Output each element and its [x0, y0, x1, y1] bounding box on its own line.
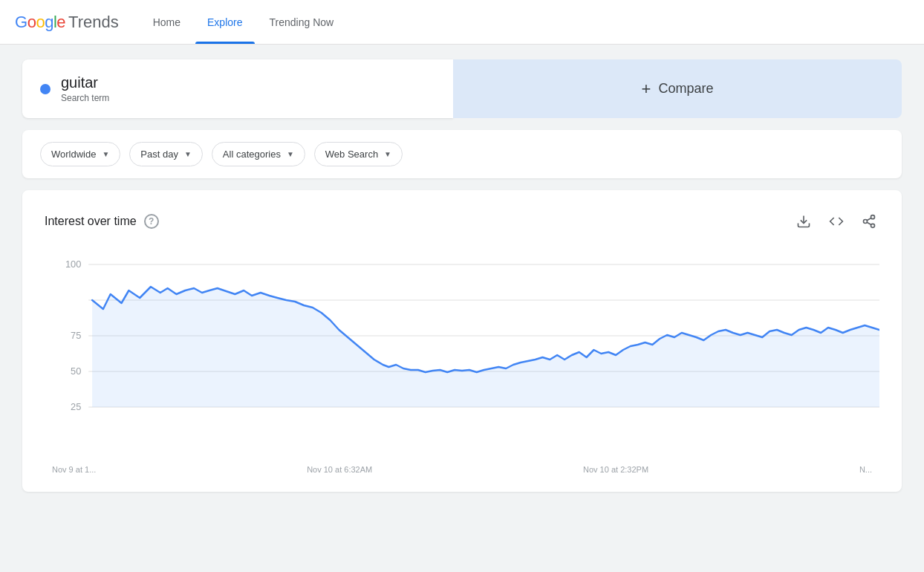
search-area: guitar Search term + Compare: [22, 59, 902, 118]
nav-home[interactable]: Home: [141, 0, 192, 44]
compare-plus-icon: +: [642, 79, 651, 99]
x-label-2: Nov 10 at 2:32PM: [583, 465, 648, 474]
svg-line-4: [867, 222, 871, 224]
filter-time[interactable]: Past day ▼: [129, 142, 203, 166]
x-label-0: Nov 9 at 1...: [52, 465, 96, 474]
svg-text:50: 50: [71, 365, 81, 377]
nav-explore[interactable]: Explore: [195, 0, 254, 44]
filter-bar: Worldwide ▼ Past day ▼ All categories ▼ …: [22, 130, 902, 178]
header: Google Trends Home Explore Trending Now: [0, 0, 924, 45]
interest-chart: 100 75 50 25: [45, 250, 879, 458]
main-nav: Home Explore Trending Now: [141, 0, 345, 44]
trends-wordmark: Trends: [68, 13, 119, 32]
filter-time-arrow: ▼: [184, 150, 192, 158]
chart-header: Interest over time ?: [45, 211, 879, 232]
google-wordmark: Google: [15, 13, 65, 32]
search-term-value[interactable]: guitar: [61, 74, 109, 91]
svg-text:100: 100: [65, 259, 81, 270]
chart-title: Interest over time: [45, 215, 137, 228]
nav-trending-now[interactable]: Trending Now: [258, 0, 346, 44]
chart-card: Interest over time ?: [22, 190, 902, 492]
search-term-dot: [40, 84, 51, 94]
chart-title-area: Interest over time ?: [45, 214, 159, 229]
filter-search-type-label: Web Search: [325, 149, 378, 160]
svg-marker-15: [92, 287, 879, 407]
main-content: guitar Search term + Compare Worldwide ▼…: [0, 45, 924, 507]
search-term-text: guitar Search term: [61, 74, 109, 103]
help-icon[interactable]: ?: [144, 214, 159, 229]
logo: Google Trends: [15, 13, 119, 32]
svg-point-2: [864, 220, 868, 224]
filter-region-label: Worldwide: [51, 149, 96, 160]
filter-search-type-arrow: ▼: [384, 150, 391, 158]
x-label-3: N...: [859, 465, 872, 474]
chart-actions: [793, 211, 879, 232]
share-button[interactable]: [859, 211, 879, 232]
svg-point-3: [871, 224, 875, 227]
search-term-label: Search term: [61, 93, 109, 103]
x-label-1: Nov 10 at 6:32AM: [307, 465, 372, 474]
chart-container: 100 75 50 25 Nov 9 at 1... Nov 10 at 6:3…: [45, 250, 879, 474]
svg-text:25: 25: [71, 401, 81, 412]
filter-region-arrow: ▼: [102, 150, 109, 158]
x-axis-labels: Nov 9 at 1... Nov 10 at 6:32AM Nov 10 at…: [45, 465, 879, 474]
svg-line-5: [867, 218, 871, 220]
filter-category[interactable]: All categories ▼: [212, 142, 305, 166]
svg-point-1: [871, 215, 875, 219]
download-button[interactable]: [793, 211, 814, 232]
compare-card[interactable]: + Compare: [453, 59, 902, 118]
filter-category-label: All categories: [223, 149, 281, 160]
filter-category-arrow: ▼: [287, 150, 294, 158]
search-term-card: guitar Search term: [22, 59, 453, 118]
compare-label: Compare: [658, 81, 713, 97]
filter-search-type[interactable]: Web Search ▼: [314, 142, 403, 166]
embed-button[interactable]: [826, 211, 847, 232]
svg-text:75: 75: [71, 330, 81, 341]
filter-region[interactable]: Worldwide ▼: [40, 142, 120, 166]
filter-time-label: Past day: [140, 149, 178, 160]
